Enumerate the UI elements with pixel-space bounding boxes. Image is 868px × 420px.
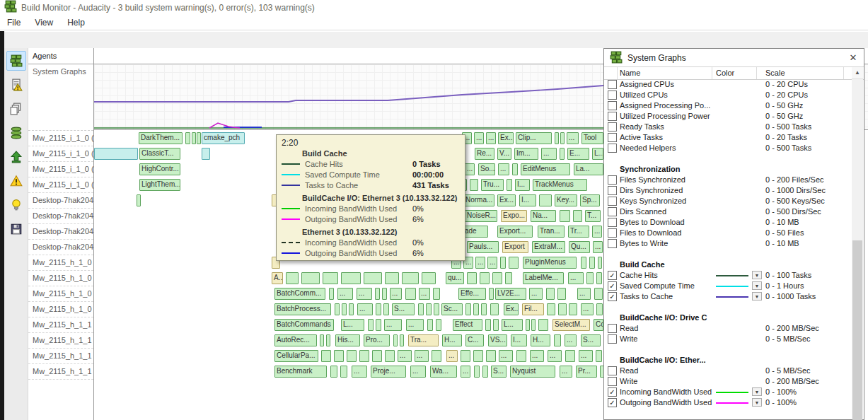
task-block[interactable]: Effe... xyxy=(458,288,486,300)
task-block[interactable]: ... xyxy=(465,163,475,175)
task-block[interactable] xyxy=(598,257,602,269)
task-block[interactable]: BatchComm... xyxy=(274,288,325,300)
agent-row[interactable]: Desktop-7hak204 (C xyxy=(28,209,93,224)
task-block[interactable] xyxy=(470,179,478,191)
task-block[interactable]: T... xyxy=(585,210,601,222)
task-block[interactable] xyxy=(554,334,561,346)
graph-row[interactable]: Read0 - 5 MB/Sec xyxy=(604,366,852,376)
task-block[interactable] xyxy=(573,210,582,222)
graph-row[interactable]: Keys Synchronized0 - 500 Keys/Sec xyxy=(604,196,852,206)
task-block[interactable]: ... xyxy=(406,319,424,331)
task-block[interactable]: ... xyxy=(530,350,544,362)
graph-row[interactable]: Utilized Processing Power0 - 50 GHz xyxy=(604,111,852,122)
task-block[interactable] xyxy=(500,257,506,269)
system-graphs-row-label[interactable]: System Graphs xyxy=(28,64,93,131)
task-block[interactable]: ExtraM... xyxy=(532,241,565,253)
task-block[interactable]: ... xyxy=(579,350,593,362)
task-block[interactable] xyxy=(359,350,369,362)
task-block[interactable] xyxy=(340,366,347,378)
task-block[interactable] xyxy=(482,366,488,378)
task-block[interactable]: Tran... xyxy=(538,226,565,238)
task-block[interactable] xyxy=(349,303,354,315)
task-block[interactable] xyxy=(402,272,419,284)
agent-row[interactable]: Mw_2115_i_1_0 (Co xyxy=(28,177,93,193)
graph-checkbox[interactable] xyxy=(608,377,617,386)
line-style-dropdown[interactable]: ▼ xyxy=(752,387,762,396)
task-block[interactable] xyxy=(509,257,519,269)
agent-row[interactable]: Mw_2115_h_1_1 (C xyxy=(28,317,93,333)
graph-checkbox[interactable] xyxy=(608,175,617,185)
task-block[interactable]: ... xyxy=(593,241,603,253)
task-block[interactable] xyxy=(197,132,201,144)
scrollbar[interactable]: ▲ xyxy=(852,67,863,419)
task-block[interactable] xyxy=(323,272,338,284)
task-block[interactable]: ... xyxy=(461,366,470,378)
task-block[interactable]: ... xyxy=(384,319,402,331)
task-block[interactable]: L... xyxy=(341,319,364,331)
task-block[interactable]: ... xyxy=(568,272,584,284)
task-block[interactable] xyxy=(376,303,381,315)
task-block[interactable]: LV2E... xyxy=(495,288,526,300)
task-block[interactable]: Key... xyxy=(555,194,577,206)
column-header-name[interactable]: Name xyxy=(620,69,640,77)
task-block[interactable]: ... xyxy=(352,366,367,378)
task-block[interactable] xyxy=(555,132,559,144)
graph-row[interactable]: Assigned CPUs0 - 20 CPUs xyxy=(604,79,852,90)
task-block[interactable] xyxy=(382,288,387,300)
task-block[interactable]: Fil... xyxy=(522,303,544,315)
task-block[interactable]: S... xyxy=(392,303,415,315)
task-block[interactable]: Clip... xyxy=(516,132,552,144)
task-block[interactable] xyxy=(485,319,491,331)
graph-checkbox[interactable]: ✓ xyxy=(608,398,617,407)
task-block[interactable]: EditMenus xyxy=(521,163,570,175)
task-block[interactable]: Tr... xyxy=(568,226,589,238)
task-block[interactable]: ... xyxy=(567,132,579,144)
agent-row[interactable]: Mw_2115_h_1_0 (C xyxy=(28,302,93,317)
task-block[interactable]: ... xyxy=(498,163,509,175)
task-block[interactable]: Ex... xyxy=(498,132,514,144)
task-block[interactable]: ... xyxy=(419,288,430,300)
task-block[interactable] xyxy=(393,334,398,346)
task-block[interactable]: ... xyxy=(486,132,496,144)
line-style-dropdown[interactable]: ▼ xyxy=(752,281,762,290)
task-block[interactable]: Norma... xyxy=(463,194,494,206)
menu-file[interactable]: File xyxy=(0,18,28,28)
task-block[interactable]: Re... xyxy=(475,148,494,160)
task-block[interactable]: ... xyxy=(548,350,562,362)
task-block[interactable]: So... xyxy=(478,163,495,175)
task-block[interactable] xyxy=(320,334,324,346)
graph-row[interactable]: Write0 - 200 MB/Sec xyxy=(604,376,852,387)
task-block[interactable]: ... xyxy=(474,132,484,144)
agent-row[interactable]: Mw_2115_h_1_1 (C xyxy=(28,364,93,380)
task-block[interactable] xyxy=(433,288,440,300)
task-block[interactable] xyxy=(516,350,526,362)
task-block[interactable]: LabelMe... xyxy=(523,272,564,284)
task-block[interactable] xyxy=(481,303,487,315)
graph-checkbox[interactable] xyxy=(608,366,617,375)
task-block[interactable] xyxy=(467,272,477,284)
task-block[interactable] xyxy=(385,272,399,284)
task-block[interactable]: S... xyxy=(491,366,507,378)
task-block[interactable] xyxy=(546,288,555,300)
task-block[interactable] xyxy=(490,303,499,315)
task-block[interactable]: Tru... xyxy=(481,179,504,191)
task-block[interactable] xyxy=(286,272,299,284)
task-block[interactable] xyxy=(493,319,499,331)
task-block[interactable] xyxy=(492,272,502,284)
task-block[interactable]: ... xyxy=(487,257,497,269)
scrollbar-up-icon[interactable]: ▲ xyxy=(852,67,863,79)
task-block[interactable] xyxy=(596,272,602,284)
task-block[interactable]: L... xyxy=(592,148,603,160)
task-block[interactable] xyxy=(547,303,555,315)
task-block[interactable] xyxy=(560,148,565,160)
task-block[interactable]: ... xyxy=(357,288,372,300)
tips-icon[interactable] xyxy=(6,195,26,215)
graph-checkbox[interactable] xyxy=(608,324,617,333)
line-style-dropdown[interactable]: ▼ xyxy=(752,271,762,279)
task-block[interactable] xyxy=(372,350,382,362)
task-block[interactable]: Nyquist xyxy=(510,366,555,378)
task-block[interactable] xyxy=(326,334,330,346)
task-block[interactable] xyxy=(480,272,490,284)
task-block[interactable] xyxy=(418,303,424,315)
graph-checkbox[interactable] xyxy=(608,186,617,195)
